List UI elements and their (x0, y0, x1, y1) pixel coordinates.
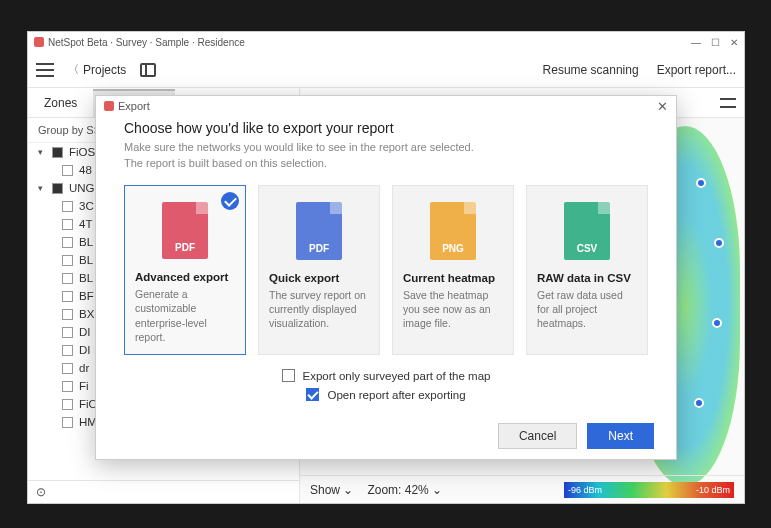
resume-scanning-button[interactable]: Resume scanning (543, 63, 639, 77)
card-description: Save the heatmap you see now as an image… (403, 288, 503, 331)
checkbox-icon[interactable] (62, 309, 73, 320)
filter-settings-button[interactable] (720, 96, 736, 110)
network-label: BL (79, 254, 93, 266)
card-description: The survey report on currently displayed… (269, 288, 369, 331)
modal-subtext: Make sure the networks you would like to… (124, 140, 648, 171)
card-title: Advanced export (135, 271, 235, 283)
network-label: DI (79, 344, 91, 356)
modal-titlebar: Export ✕ (96, 96, 676, 116)
checkbox-icon[interactable] (62, 273, 73, 284)
modal-heading: Choose how you'd like to export your rep… (124, 120, 648, 136)
modal-window-title: Export (118, 100, 150, 112)
file-type-icon: PDF (296, 202, 342, 260)
export-report-button[interactable]: Export report... (657, 63, 736, 77)
caret-down-icon: ▾ (38, 147, 46, 157)
network-label: 48 (79, 164, 92, 176)
window-title: NetSpot Beta · Survey · Sample · Residen… (48, 37, 245, 48)
checkbox-icon[interactable] (62, 165, 73, 176)
file-type-icon: CSV (564, 202, 610, 260)
file-type-icon: PDF (162, 202, 208, 259)
file-type-icon: PNG (430, 202, 476, 260)
sidebar-footer[interactable]: ⊙ (28, 480, 299, 503)
minimize-button[interactable]: — (691, 37, 701, 48)
canvas-bottombar: Show ⌄ Zoom: 42% ⌄ -96 dBm -10 dBm (300, 475, 744, 503)
selected-check-icon (221, 192, 239, 210)
gradient-min-label: -96 dBm (568, 485, 602, 495)
access-point-marker[interactable] (712, 318, 722, 328)
checkbox-icon[interactable] (62, 399, 73, 410)
checkbox-icon[interactable] (62, 363, 73, 374)
network-label: BX (79, 308, 94, 320)
card-description: Generate a customizable enterprise-level… (135, 287, 235, 344)
menu-button[interactable] (36, 63, 54, 77)
checkbox-icon[interactable] (52, 183, 63, 194)
access-point-marker[interactable] (694, 398, 704, 408)
modal-app-icon (104, 101, 114, 111)
toolbar: 〈 Projects Resume scanning Export report… (28, 52, 744, 88)
modal-close-button[interactable]: ✕ (657, 99, 668, 114)
export-modal: Export ✕ Choose how you'd like to export… (95, 95, 677, 460)
card-title: Quick export (269, 272, 369, 284)
checkbox-icon[interactable] (52, 147, 63, 158)
checkbox-icon[interactable] (62, 291, 73, 302)
window-controls: — ☐ ✕ (691, 37, 738, 48)
access-point-marker[interactable] (714, 238, 724, 248)
next-button[interactable]: Next (587, 423, 654, 449)
checkbox-checked-icon (306, 388, 319, 401)
checkbox-icon[interactable] (62, 381, 73, 392)
network-label: DI (79, 326, 91, 338)
network-label: BL (79, 236, 93, 248)
card-title: Current heatmap (403, 272, 503, 284)
projects-back-button[interactable]: 〈 Projects (68, 62, 126, 77)
checkbox-icon[interactable] (62, 345, 73, 356)
checkbox-label: Export only surveyed part of the map (303, 370, 491, 382)
checkbox-label: Open report after exporting (327, 389, 465, 401)
checkbox-icon (282, 369, 295, 382)
export-option-card[interactable]: CSVRAW data in CSVGet raw data used for … (526, 185, 648, 355)
chevron-left-icon: 〈 (68, 62, 79, 77)
layout-toggle-button[interactable] (140, 63, 156, 77)
show-dropdown[interactable]: Show ⌄ (310, 483, 353, 497)
gradient-max-label: -10 dBm (696, 485, 730, 495)
checkbox-icon[interactable] (62, 219, 73, 230)
network-label: 3C (79, 200, 94, 212)
card-title: RAW data in CSV (537, 272, 637, 284)
network-label: dr (79, 362, 89, 374)
network-label: 4T (79, 218, 92, 230)
app-icon (34, 37, 44, 47)
open-after-export-checkbox[interactable]: Open report after exporting (306, 388, 465, 401)
checkbox-icon[interactable] (62, 327, 73, 338)
network-label: BL (79, 272, 93, 284)
checkbox-icon[interactable] (62, 255, 73, 266)
caret-down-icon: ▾ (38, 183, 46, 193)
export-option-card[interactable]: PDFAdvanced exportGenerate a customizabl… (124, 185, 246, 355)
network-label: BF (79, 290, 94, 302)
checkbox-icon[interactable] (62, 201, 73, 212)
access-point-marker[interactable] (696, 178, 706, 188)
projects-label: Projects (83, 63, 126, 77)
signal-gradient-legend: -96 dBm -10 dBm (564, 482, 734, 498)
card-description: Get raw data used for all project heatma… (537, 288, 637, 331)
close-button[interactable]: ✕ (730, 37, 738, 48)
network-label: Fi (79, 380, 89, 392)
cancel-button[interactable]: Cancel (498, 423, 577, 449)
export-option-card[interactable]: PNGCurrent heatmapSave the heatmap you s… (392, 185, 514, 355)
checkbox-icon[interactable] (62, 237, 73, 248)
export-surveyed-only-checkbox[interactable]: Export only surveyed part of the map (282, 369, 491, 382)
export-option-card[interactable]: PDFQuick exportThe survey report on curr… (258, 185, 380, 355)
zoom-dropdown[interactable]: Zoom: 42% ⌄ (367, 483, 442, 497)
tab-zones[interactable]: Zones (28, 90, 93, 116)
titlebar: NetSpot Beta · Survey · Sample · Residen… (28, 32, 744, 52)
checkbox-icon[interactable] (62, 417, 73, 428)
maximize-button[interactable]: ☐ (711, 37, 720, 48)
export-options-row: PDFAdvanced exportGenerate a customizabl… (124, 185, 648, 355)
